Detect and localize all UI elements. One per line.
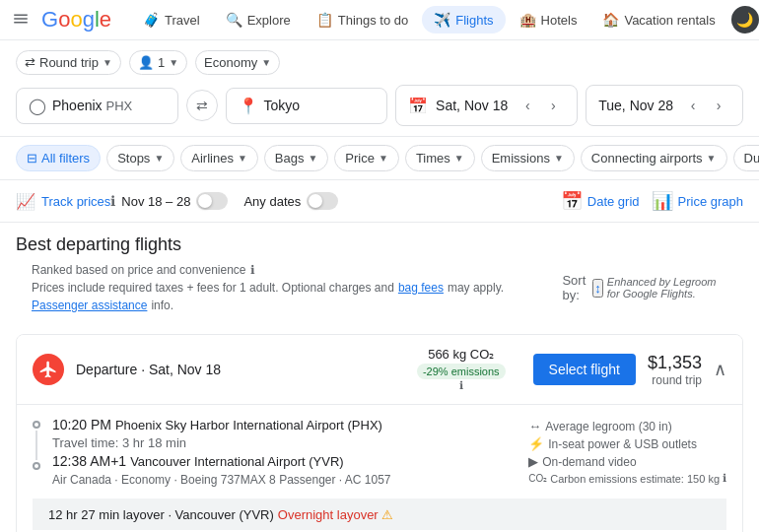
date-from-nav: ‹ › [516, 94, 565, 117]
tab-explore[interactable]: 🔍 Explore [214, 6, 303, 33]
date-to-nav: ‹ › [681, 94, 730, 117]
airlines-filter[interactable]: Airlines ▼ [180, 145, 258, 171]
section-meta: Ranked based on price and convenience ℹ … [16, 259, 743, 320]
segment-1-timeline [33, 421, 40, 470]
flight-card-header[interactable]: Departure · Sat, Nov 18 566 kg CO₂ -29% … [17, 335, 742, 404]
nav-tabs: 🧳 Travel 🔍 Explore 📋 Things to do ✈️ Fli… [131, 6, 727, 33]
segment-end-dot [33, 462, 40, 470]
page-title: Best departing flights [16, 234, 743, 255]
price-graph-icon: 📊 [652, 190, 673, 212]
track-prices-button[interactable]: 📈 Track prices [16, 192, 110, 211]
amenity-video: ▶ On-demand video [528, 454, 726, 469]
trip-type-selector[interactable]: ⇄ Round trip ▼ [16, 50, 121, 75]
travel-icon: 🧳 [143, 12, 160, 28]
departure-info: Departure · Sat, Nov 18 [76, 362, 401, 377]
passengers-chevron: ▼ [169, 57, 178, 68]
google-logo: G o o g l e [41, 7, 111, 33]
price-chevron: ▼ [379, 153, 388, 164]
tools-bar: 📈 Track prices ℹ Nov 18 – 28 Any dates 📅… [0, 180, 759, 223]
nav-right: 🌙 U [731, 6, 759, 33]
overnight-badge: Overnight layover ⚠ [278, 507, 393, 522]
duration-filter[interactable]: Duration ▼ [733, 145, 760, 171]
legroom-icon: ↔ [528, 419, 541, 433]
section-header: Best departing flights Ranked based on p… [0, 223, 759, 326]
connecting-airports-chevron: ▼ [707, 153, 717, 164]
segment-1: 10:20 PM Phoenix Sky Harbor Internationa… [33, 405, 726, 499]
tab-flights[interactable]: ✈️ Flights [422, 6, 505, 33]
connecting-airports-filter[interactable]: Connecting airports ▼ [581, 145, 727, 171]
origin-field[interactable]: ◯ Phoenix PHX [16, 88, 178, 124]
tab-things[interactable]: 📋 Things to do [305, 6, 421, 33]
search-bar: ⇄ Round trip ▼ 👤 1 ▼ Economy ▼ ◯ Phoenix… [0, 40, 759, 137]
track-prices-info-icon[interactable]: ℹ [110, 193, 115, 209]
segment-1-amenities: ↔ Average legroom (30 in) ⚡ In-seat powe… [528, 419, 726, 485]
date-from-next[interactable]: › [541, 94, 565, 117]
subtitle-info-icon: ℹ [250, 263, 255, 277]
bags-filter[interactable]: Bags ▼ [264, 145, 329, 171]
calendar-icon: 📅 [408, 97, 428, 115]
bag-fees-link[interactable]: bag fees [398, 281, 444, 295]
flight-card: Departure · Sat, Nov 18 566 kg CO₂ -29% … [16, 334, 743, 532]
menu-icon[interactable] [12, 10, 30, 31]
co2-icon: CO₂ [528, 473, 547, 484]
vacation-icon: 🏠 [602, 12, 619, 28]
section-subtitle: Ranked based on price and convenience ℹ … [32, 263, 562, 312]
tab-vacation[interactable]: 🏠 Vacation rentals [590, 6, 726, 33]
price-info: $1,353 round trip [648, 353, 702, 387]
stops-chevron: ▼ [154, 153, 164, 164]
person-icon: 👤 [138, 55, 154, 70]
things-icon: 📋 [316, 12, 333, 28]
filter-icon: ⊟ [27, 151, 37, 166]
swap-icon: ⇄ [25, 55, 35, 70]
date-grid-button[interactable]: 📅 Date grid [561, 190, 640, 212]
date-to-prev[interactable]: ‹ [681, 94, 705, 117]
passengers-selector[interactable]: 👤 1 ▼ [129, 50, 187, 75]
track-prices-icon: 📈 [16, 192, 35, 211]
all-filters-button[interactable]: ⊟ All filters [16, 145, 101, 171]
tools-right: 📅 Date grid 📊 Price graph [561, 190, 743, 212]
track-prices-toggle[interactable] [196, 192, 228, 210]
co2-info: 566 kg CO₂ -29% emissions ℹ [417, 347, 506, 392]
search-options: ⇄ Round trip ▼ 👤 1 ▼ Economy ▼ [16, 50, 743, 75]
airline-logo [33, 354, 64, 385]
stops-filter[interactable]: Stops ▼ [106, 145, 174, 171]
tab-travel[interactable]: 🧳 Travel [131, 6, 212, 33]
date-grid-icon: 📅 [561, 190, 583, 212]
date-from-field[interactable]: 📅 Sat, Nov 18 ‹ › [395, 85, 578, 126]
times-filter[interactable]: Times ▼ [405, 145, 475, 171]
emissions-chevron: ▼ [554, 153, 564, 164]
any-dates-toggle[interactable] [307, 192, 338, 210]
co2-estimate-info-icon[interactable]: ℹ [723, 472, 726, 485]
triptype-chevron: ▼ [103, 57, 112, 68]
class-chevron: ▼ [261, 57, 271, 68]
power-icon: ⚡ [528, 436, 544, 451]
video-icon: ▶ [528, 454, 538, 469]
price-filter[interactable]: Price ▼ [334, 145, 399, 171]
tab-hotels[interactable]: 🏨 Hotels [508, 6, 589, 33]
date-to-next[interactable]: › [707, 94, 730, 117]
dark-mode-button[interactable]: 🌙 [731, 6, 759, 33]
date-to-field[interactable]: Tue, Nov 28 ‹ › [586, 85, 743, 126]
destination-field[interactable]: 📍 Tokyo [226, 88, 388, 124]
class-selector[interactable]: Economy ▼ [195, 50, 280, 75]
emissions-filter[interactable]: Emissions ▼ [481, 145, 575, 171]
airlines-chevron: ▼ [238, 153, 247, 164]
date-from-prev[interactable]: ‹ [516, 94, 539, 117]
amenity-co2: CO₂ Carbon emissions estimate: 150 kg ℹ [528, 472, 726, 485]
sort-button[interactable]: ↕ [592, 279, 603, 298]
sort-row: Sort by: ↕ Enhanced by Legroom for Googl… [562, 273, 727, 302]
co2-info-icon[interactable]: ℹ [459, 379, 463, 392]
bags-chevron: ▼ [308, 153, 317, 164]
any-dates-section: Any dates [243, 192, 338, 210]
swap-airports-button[interactable]: ⇄ [186, 90, 218, 121]
top-nav: G o o g l e 🧳 Travel 🔍 Explore 📋 Things … [0, 0, 759, 40]
amenity-power: ⚡ In-seat power & USB outlets [528, 436, 726, 451]
times-chevron: ▼ [454, 153, 464, 164]
flight-segments: 10:20 PM Phoenix Sky Harbor Internationa… [17, 404, 742, 532]
price-graph-button[interactable]: 📊 Price graph [652, 190, 743, 212]
hotels-icon: 🏨 [519, 12, 536, 28]
warning-icon: ⚠ [381, 507, 393, 522]
passenger-assistance-link[interactable]: Passenger assistance [32, 299, 147, 312]
select-flight-button[interactable]: Select flight [533, 354, 636, 385]
expand-button[interactable]: ∧ [714, 359, 726, 380]
